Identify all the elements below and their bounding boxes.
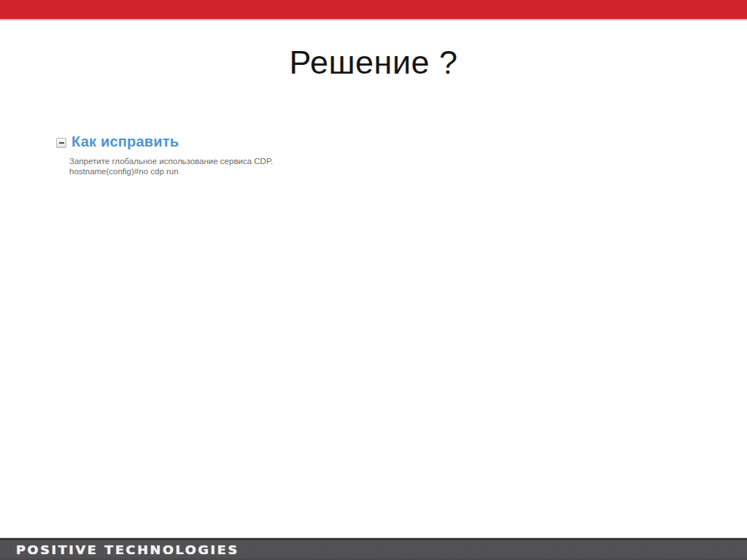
- body-line-command: hostname(config)#no cdp run: [69, 166, 494, 176]
- minus-glyph: [59, 142, 64, 144]
- top-accent-bar: [0, 0, 747, 19]
- body-line-recommendation: Запретите глобальное использование серви…: [69, 156, 494, 166]
- top-accent-bar-fade: [0, 19, 747, 20]
- section-heading: Как исправить: [71, 133, 179, 150]
- slide-title: Решение ?: [0, 44, 747, 82]
- fix-section: Как исправить Запретите глобальное испол…: [56, 133, 494, 176]
- footer-bar: POSITIVE TECHNOLOGIES: [0, 537, 747, 560]
- section-body: Запретите глобальное использование серви…: [69, 156, 494, 176]
- positive-technologies-logo: POSITIVE TECHNOLOGIES: [16, 542, 239, 556]
- collapse-minus-icon[interactable]: [56, 138, 66, 148]
- fix-section-header: Как исправить: [56, 133, 494, 150]
